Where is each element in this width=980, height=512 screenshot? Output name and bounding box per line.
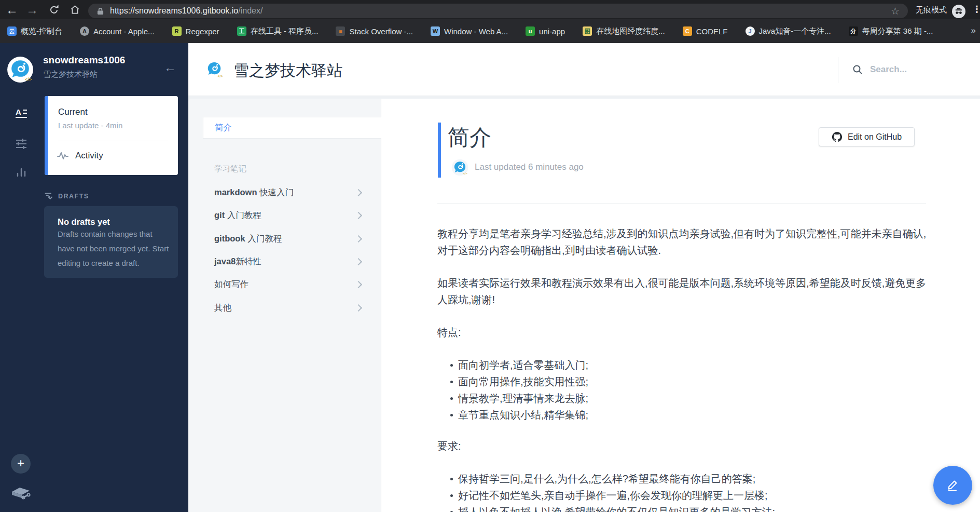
edit-on-github-button[interactable]: Edit on GitHub [819, 127, 915, 146]
list-item: 情景教学,理清事情来龙去脉; [437, 390, 946, 407]
github-icon [832, 131, 843, 142]
bookmark-item[interactable]: CCODELF [683, 26, 728, 36]
bookmark-item[interactable]: 图在线地图经度纬度... [583, 26, 665, 36]
stackoverflow-icon: ≡ [336, 26, 345, 36]
bookmark-label: CODELF [696, 27, 728, 36]
nav-section-label: 学习笔记 [214, 164, 246, 174]
no-drafts-title: No drafts yet [58, 217, 167, 227]
nav-item[interactable]: 如何写作 [214, 279, 249, 290]
svg-text:</>: </> [25, 76, 32, 82]
nav-item-selected[interactable]: 简介 [203, 117, 381, 139]
list-item: 面向初学者,适合零基础入门; [437, 357, 946, 373]
no-drafts-line: editing to create a draft. [58, 256, 167, 271]
space-title: snowdreams1006 [43, 55, 125, 66]
bookmark-item[interactable]: AAccount - Apple... [80, 26, 155, 36]
nav-item[interactable]: markdown 快速入门 [214, 187, 294, 198]
bookmark-item[interactable]: RRegexper [172, 26, 219, 36]
bullet-list: 面向初学者,适合零基础入门;面向常用操作,技能实用性强;情景教学,理清事情来龙去… [437, 357, 946, 423]
refresh-icon[interactable] [46, 0, 62, 19]
incognito-label: 无痕模式 [916, 0, 947, 19]
bookmark-item[interactable]: JJava知音-一个专注... [746, 26, 831, 36]
chevron-right-icon[interactable] [355, 281, 362, 288]
regexper-icon: R [172, 26, 182, 36]
space-subtitle: 雪之梦技术驿站 [43, 70, 98, 79]
chevron-right-icon[interactable] [355, 304, 362, 312]
nav-item[interactable]: gitbook 入门教程 [214, 233, 282, 245]
chevron-right-icon[interactable] [355, 258, 362, 265]
add-button[interactable]: + [11, 454, 31, 474]
forward-icon[interactable]: → [24, 0, 40, 19]
back-icon[interactable]: ← [4, 0, 20, 19]
browser-toolbar: ← → https://snowdreams1006.gitbook.io/in… [0, 0, 980, 19]
no-drafts-line: have not been merged yet. Start [58, 241, 167, 256]
chevron-right-icon[interactable] [355, 235, 362, 242]
editor-sidebar: </> snowdreams1006 雪之梦技术驿站 ← A Current L… [0, 43, 188, 512]
bookmark-item[interactable]: uuni-app [526, 26, 565, 36]
chevron-right-icon[interactable] [355, 189, 362, 196]
url-text: https://snowdreams1006.gitbook.io/index/ [110, 6, 263, 16]
nav-item[interactable]: java8新特性 [214, 256, 261, 267]
collapse-sidebar-icon[interactable]: ← [164, 60, 176, 75]
site-logo[interactable]: </> [204, 59, 224, 81]
content-divider [437, 204, 926, 204]
list-item: 好记性不如烂笔头,亲自动手操作一遍,你会发现你的理解更上一层楼; [437, 487, 946, 504]
bookmark-star-icon[interactable]: ☆ [891, 5, 900, 17]
gitbook-logo-icon[interactable] [9, 484, 33, 506]
site-panel: </> 雪之梦技术驿站 Search... 简介 学习笔记 markdown 快… [188, 43, 980, 512]
bookmark-item[interactable]: 云概览-控制台 [7, 26, 62, 36]
browser-menu-icon[interactable]: ⋮ [972, 0, 980, 19]
nav-item[interactable]: 其他 [214, 302, 231, 314]
bookmark-label: 每周分享第 36 期 -... [862, 26, 933, 36]
drafts-label: DRAFTS [58, 193, 89, 200]
bookmarks-overflow-icon[interactable]: » [971, 19, 976, 43]
bookmark-label: 在线地图经度纬度... [596, 26, 665, 36]
activity-label: Activity [75, 151, 103, 161]
analytics-tab-icon[interactable] [15, 166, 27, 179]
cloud-icon: 云 [7, 26, 17, 36]
bookmark-item[interactable]: WWindow - Web A... [431, 26, 508, 36]
current-title: Current [58, 107, 88, 117]
address-bar[interactable]: https://snowdreams1006.gitbook.io/index/… [88, 4, 908, 18]
current-version-card[interactable]: Current Last update - 4min Activity [45, 96, 178, 175]
edit-fab-button[interactable] [933, 466, 972, 505]
bookmarks-bar: 云概览-控制台AAccount - Apple...RRegexper工在线工具… [0, 19, 980, 43]
paragraph-line: 教程分享均是笔者亲身学习经验总结,涉及到的知识点均亲身试验,但有时为了知识完整性… [437, 225, 946, 242]
paragraph-line: 对于这部分内容会明确指出,到时由读者确认试验. [437, 242, 946, 259]
paragraph-line: 特点: [437, 324, 946, 341]
page-title: 简介 [448, 126, 491, 150]
article-body: 教程分享均是笔者亲身学习经验总结,涉及到的知识点均亲身试验,但有时为了知识完整性… [437, 225, 946, 512]
bookmark-label: Java知音-一个专注... [759, 26, 831, 36]
site-title[interactable]: 雪之梦技术驿站 [233, 60, 342, 82]
bookmark-item[interactable]: ≡Stack Overflow -... [336, 26, 413, 36]
home-icon[interactable] [67, 0, 82, 19]
list-item: 面向常用操作,技能实用性强; [437, 373, 946, 390]
chevron-right-icon[interactable] [355, 212, 362, 219]
paragraph-line: 如果读者实际运行效果和教程演示效果有出入,很可能是版本问题,系统环境等原因,希望… [437, 275, 946, 291]
lock-icon [97, 7, 104, 15]
incognito-icon [952, 5, 965, 18]
list-item: 章节重点知识小结,精华集锦; [437, 407, 946, 423]
nav-item[interactable]: git 入门教程 [214, 210, 261, 221]
bullet-list: 保持哲学三问,是什么,为什么,怎么样?希望最终能有你自己的答案;好记性不如烂笔头… [437, 470, 946, 512]
bookmark-label: uni-app [539, 27, 565, 36]
site-header: </> 雪之梦技术驿站 Search... [188, 43, 980, 96]
page-nav: 简介 学习笔记 markdown 快速入门git 入门教程gitbook 入门教… [188, 99, 381, 512]
header-divider [838, 57, 838, 83]
search-icon[interactable] [852, 64, 863, 75]
page-body: 简介 学习笔记 markdown 快速入门git 入门教程gitbook 入门教… [188, 96, 980, 512]
bookmark-item[interactable]: 工在线工具 - 程序员... [237, 26, 319, 36]
activity-link[interactable]: Activity [57, 151, 103, 161]
customization-tab-icon[interactable] [15, 137, 27, 150]
space-avatar[interactable]: </> [7, 56, 34, 85]
paragraph: 如果读者实际运行效果和教程演示效果有出入,很可能是版本问题,系统环境等原因,希望… [437, 275, 946, 308]
bookmark-label: Account - Apple... [93, 27, 155, 36]
search-input[interactable]: Search... [870, 43, 907, 96]
window-icon: W [431, 26, 440, 36]
edit-on-github-label: Edit on GitHub [848, 132, 902, 142]
weekly-icon: 分 [849, 26, 858, 36]
bookmark-item[interactable]: 分每周分享第 36 期 -... [849, 26, 933, 36]
tools-icon: 工 [237, 26, 246, 36]
bookmark-label: 概览-控制台 [21, 26, 62, 36]
content-tab-icon[interactable]: A [15, 107, 27, 119]
paragraph: 教程分享均是笔者亲身学习经验总结,涉及到的知识点均亲身试验,但有时为了知识完整性… [437, 225, 946, 259]
